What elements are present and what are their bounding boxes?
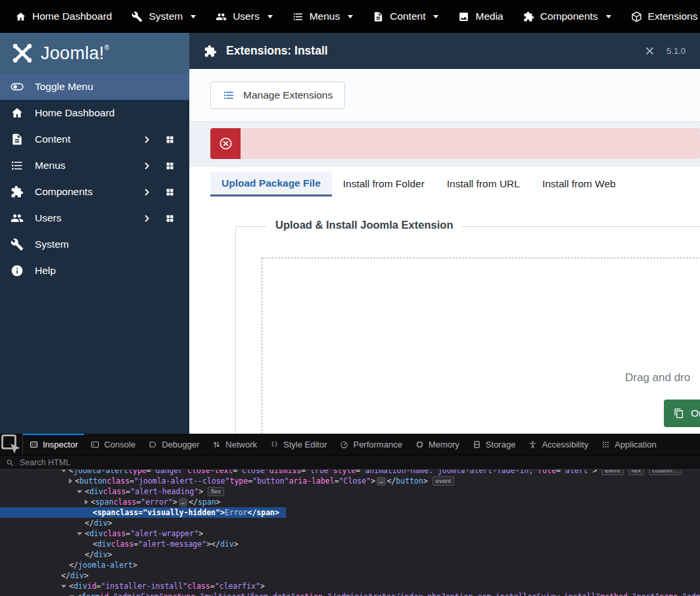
sidebar-item-toggle-menu[interactable]: Toggle Menu xyxy=(0,74,189,100)
tree-node[interactable]: </div> xyxy=(0,570,700,581)
expand-arrow-icon[interactable] xyxy=(85,499,88,505)
nav-item-menus[interactable]: Menus xyxy=(283,0,363,33)
code-token: </ xyxy=(61,570,70,581)
devtools-tab-performance[interactable]: Performance xyxy=(333,434,408,455)
sidebar-item-system[interactable]: System xyxy=(0,231,189,258)
grid-icon[interactable] xyxy=(165,135,175,145)
devtools-tab-label: Memory xyxy=(429,440,459,449)
browse-button[interactable]: Or xyxy=(664,400,700,427)
list-icon xyxy=(11,159,24,172)
chevron-right-icon[interactable] xyxy=(143,162,151,170)
devtools-tab-application[interactable]: Application xyxy=(595,434,663,455)
nav-item-extensions[interactable]: Extensions xyxy=(621,0,700,33)
devtools-tab-memory[interactable]: Memory xyxy=(409,434,466,455)
badge: custom… xyxy=(649,470,682,475)
code-token: < xyxy=(93,507,97,518)
code-token: > xyxy=(423,476,428,486)
sidebar-item-label: Home Dashboard xyxy=(35,107,114,119)
tab-install-from-url[interactable]: Install from URL xyxy=(436,172,531,196)
nav-item-users[interactable]: Users xyxy=(206,0,282,33)
grid-icon[interactable] xyxy=(165,161,175,171)
sidebar-item-users[interactable]: Users xyxy=(0,205,189,231)
sidebar-item-help[interactable]: Help xyxy=(0,258,189,284)
code-token: </ xyxy=(85,549,94,560)
code-token: name xyxy=(659,591,678,596)
devtools: InspectorConsoleDebuggerNetwork{}Style E… xyxy=(0,434,700,596)
code-token: = xyxy=(248,476,252,486)
code-token: = xyxy=(233,470,237,476)
search-icon xyxy=(6,459,14,467)
code-token: span xyxy=(95,497,114,507)
tree-node[interactable]: <div class="alert-wrapper"> xyxy=(0,528,700,539)
code-token: "/administrator/index.php?option=com_ins… xyxy=(327,591,600,596)
sidebar-item-home-dashboard[interactable]: Home Dashboard xyxy=(0,100,189,126)
code-token: = xyxy=(126,528,130,539)
badge: event xyxy=(432,476,454,486)
tree-node[interactable]: </div> xyxy=(0,549,700,560)
expand-arrow-icon[interactable] xyxy=(69,478,72,484)
tab-install-from-web[interactable]: Install from Web xyxy=(531,172,627,196)
code-token: > xyxy=(206,539,211,549)
devtools-tab-accessibility[interactable]: Accessibility xyxy=(522,434,595,455)
nav-label: Content xyxy=(390,11,425,22)
alert-message xyxy=(241,128,700,159)
nav-item-system[interactable]: System xyxy=(122,0,206,33)
tab-upload-package-file[interactable]: Upload Package File xyxy=(210,172,332,196)
tree-node[interactable]: </div> xyxy=(0,518,700,528)
nav-item-components[interactable]: Components xyxy=(513,0,621,33)
nav-item-content[interactable]: Content xyxy=(363,0,448,33)
code-token: div xyxy=(97,539,111,549)
tree-node[interactable]: <div class="alert-message"></div> xyxy=(0,539,700,549)
nav-item-media[interactable]: Media xyxy=(448,0,513,33)
joomla-logo-icon xyxy=(11,41,34,65)
grid-icon[interactable] xyxy=(165,214,175,223)
devtools-tab-label: Debugger xyxy=(162,440,199,449)
devtools-tab-debugger[interactable]: Debugger xyxy=(142,434,206,455)
dropzone[interactable]: Drag and dro Or xyxy=(262,258,700,434)
tree-node[interactable]: <div id="installer-install" class="clear… xyxy=(0,581,700,591)
tree-node[interactable]: </joomla-alert> xyxy=(0,560,700,570)
collapse-arrow-icon[interactable] xyxy=(61,470,66,472)
search-html-input[interactable] xyxy=(18,457,284,468)
devtools-tab-storage[interactable]: Storage xyxy=(466,434,523,455)
collapse-arrow-icon[interactable] xyxy=(61,585,66,588)
page-titlebar: Extensions: Install 5.1.0 xyxy=(189,33,700,69)
tree-node[interactable]: <form id="adminForm" enctype="multipart/… xyxy=(0,591,700,596)
tree-node[interactable]: <joomla-alert type="danger" close-text="… xyxy=(0,470,700,476)
top-navbar: Home DashboardSystemUsersMenusContentMed… xyxy=(0,0,700,33)
chevron-right-icon[interactable] xyxy=(143,214,151,223)
node-picker-button[interactable] xyxy=(0,434,23,455)
code-token: = xyxy=(301,470,306,476)
code-token: "multipart/form-data" xyxy=(200,591,295,596)
nav-label: Components xyxy=(540,11,598,22)
tree-node[interactable]: <div class="alert-heading">flex xyxy=(0,486,700,497)
sidebar-item-menus[interactable]: Menus xyxy=(0,152,189,179)
code-token: "adminForm" xyxy=(113,591,163,596)
tree-node[interactable]: <button class="joomla-alert--close" type… xyxy=(0,476,700,486)
code-token: = xyxy=(136,497,141,507)
devtools-tab-console[interactable]: Console xyxy=(84,434,142,455)
code-token: div xyxy=(94,549,108,560)
nav-label: Home Dashboard xyxy=(32,11,112,22)
tab-install-from-folder[interactable]: Install from Folder xyxy=(332,172,436,196)
code-token: > xyxy=(198,528,203,539)
install-tabs: Upload Package FileInstall from FolderIn… xyxy=(189,172,700,196)
devtools-tab-network[interactable]: Network xyxy=(206,434,264,455)
collapse-arrow-icon[interactable] xyxy=(77,532,82,536)
manage-extensions-button[interactable]: Manage Extensions xyxy=(210,81,345,109)
collapse-arrow-icon[interactable] xyxy=(77,490,82,493)
devtools-tab-style-editor[interactable]: {}Style Editor xyxy=(264,434,333,455)
grid-icon[interactable] xyxy=(165,187,175,197)
tree-node[interactable]: <span class="error">…</span> xyxy=(0,497,700,507)
chevron-right-icon[interactable] xyxy=(143,135,151,144)
code-token: "error" xyxy=(141,497,172,507)
list-icon xyxy=(292,11,304,22)
tree-node[interactable]: <span class="visually-hidden">Error</spa… xyxy=(0,507,286,518)
nav-label: System xyxy=(149,11,183,22)
nav-item-home-dashboard[interactable]: Home Dashboard xyxy=(5,0,122,33)
chevron-right-icon[interactable] xyxy=(143,188,151,196)
devtools-tab-inspector[interactable]: Inspector xyxy=(23,434,84,455)
main-content: Extensions: Install 5.1.0 Manage Extensi… xyxy=(189,33,700,434)
sidebar-item-content[interactable]: Content xyxy=(0,126,189,152)
sidebar-item-components[interactable]: Components xyxy=(0,179,189,205)
